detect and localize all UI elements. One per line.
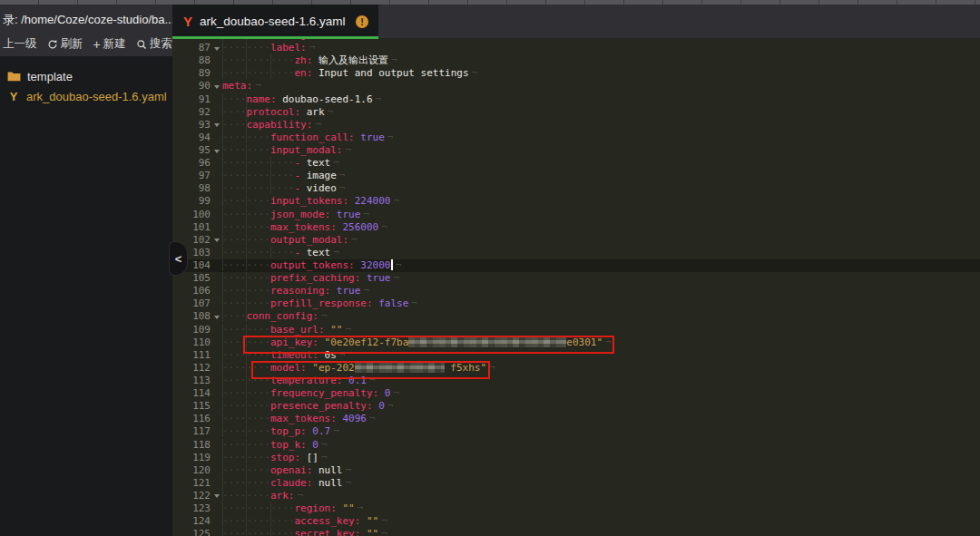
fold-arrow-icon[interactable] xyxy=(211,144,222,157)
code-line[interactable]: 108····conn_config:¬ xyxy=(172,310,980,323)
eol-mark: ¬ xyxy=(387,132,394,143)
code-line[interactable]: 101········max_tokens: 256000¬ xyxy=(172,221,980,234)
code-line[interactable]: 124············access_key: ""¬ xyxy=(172,515,980,528)
code-line[interactable]: 116········max_tokens: 4096¬ xyxy=(172,413,980,425)
fold-gutter xyxy=(211,195,222,208)
code-line[interactable]: 99········input_tokens: 224000¬ xyxy=(172,195,980,208)
indent-whitespace: ············ xyxy=(222,247,294,258)
token: ark xyxy=(300,106,325,118)
code-text: ········openai: null¬ xyxy=(222,464,980,477)
code-line[interactable]: 121········claude: null¬ xyxy=(172,477,980,490)
file-tree: template Y ark_doubao-seed-1.6.yaml xyxy=(0,61,172,536)
code-line[interactable]: 94········function_call: true¬ xyxy=(172,132,980,144)
token: output_tokens: xyxy=(270,259,355,271)
code-line[interactable]: 123············region: ""¬ xyxy=(172,502,980,515)
token: prefix_caching: xyxy=(270,272,360,284)
fold-arrow-icon[interactable] xyxy=(211,42,222,54)
token: 4096 xyxy=(337,413,367,424)
tree-item-template-folder[interactable]: template xyxy=(0,66,172,86)
token: 0 xyxy=(373,400,385,412)
code-line[interactable]: 105········prefix_caching: true¬ xyxy=(172,272,980,285)
fold-arrow-icon[interactable] xyxy=(211,234,222,247)
fold-arrow-icon[interactable] xyxy=(211,80,222,93)
indent-whitespace: ············ xyxy=(222,515,294,527)
sidebar-collapse-handle[interactable]: < xyxy=(169,241,188,276)
code-line[interactable]: 100········json_mode: true¬ xyxy=(172,209,980,221)
token: [] xyxy=(300,452,318,463)
code-line[interactable]: 88············zh: 输入及输出设置¬ xyxy=(172,54,980,67)
indent-whitespace: ········ xyxy=(222,464,270,476)
token: Input and output settings xyxy=(312,67,468,79)
code-line[interactable]: 117········top_p: 0.7¬ xyxy=(172,425,980,438)
code-line[interactable]: 107········prefill_response: false¬ xyxy=(172,297,980,310)
line-number: 99 xyxy=(172,195,211,208)
up-level-button[interactable]: 上一级 xyxy=(3,36,37,52)
token: 0 xyxy=(378,387,390,399)
fold-gutter xyxy=(211,362,222,375)
code-line[interactable]: 91····name: doubao-seed-1.6¬ xyxy=(172,93,980,106)
code-text: ········prefix_caching: true¬ xyxy=(222,272,980,285)
code-line[interactable]: 103············- text¬ xyxy=(172,247,980,259)
sidebar-header: 录: /home/Coze/coze-studio/ba... 上一级 刷新 +… xyxy=(0,5,172,56)
line-number: 110 xyxy=(172,336,211,349)
code-line[interactable]: 92····protocol: ark¬ xyxy=(172,106,980,119)
fold-gutter xyxy=(211,324,222,336)
code-line[interactable]: 98············- video¬ xyxy=(172,182,980,195)
token: 输入及输出设置 xyxy=(312,54,388,66)
code-line[interactable]: 97············- image¬ xyxy=(172,170,980,182)
code-text: ········input_modal:¬ xyxy=(222,144,980,157)
code-line[interactable]: 95········input_modal:¬ xyxy=(172,144,980,157)
code-line[interactable]: 106········reasoning: true¬ xyxy=(172,285,980,297)
new-button[interactable]: + 新建 xyxy=(93,36,126,52)
code-line[interactable]: 114········frequency_penalty: 0¬ xyxy=(172,387,980,400)
code-text: ············access_key: ""¬ xyxy=(222,515,980,528)
indent-whitespace: ········ xyxy=(222,425,270,437)
code-line[interactable]: 119········stop: []¬ xyxy=(172,452,980,464)
code-line[interactable]: 89············en: Input and output setti… xyxy=(172,67,980,80)
token: 0 xyxy=(307,439,318,451)
eol-mark: ¬ xyxy=(369,413,376,424)
code-line[interactable]: 125············secret_key: ""¬ xyxy=(172,528,980,536)
eol-mark: ¬ xyxy=(345,144,351,156)
code-line[interactable]: 104········output_tokens: 32000¬ xyxy=(172,259,980,272)
code-text: ········input_tokens: 224000¬ xyxy=(222,195,980,208)
fold-gutter xyxy=(211,297,222,310)
code-line[interactable]: 87········label:¬ xyxy=(172,42,980,54)
eol-mark: ¬ xyxy=(339,182,346,194)
code-line[interactable]: 109········base_url: ""¬ xyxy=(172,324,980,336)
code-line[interactable]: 120········openai: null¬ xyxy=(172,464,980,477)
code-line[interactable]: 96············- text¬ xyxy=(172,157,980,170)
refresh-label: 刷新 xyxy=(61,36,83,52)
code-line[interactable]: 115········presence_penalty: 0¬ xyxy=(172,400,980,413)
fold-arrow-icon[interactable] xyxy=(211,310,222,323)
folder-icon xyxy=(7,71,21,82)
fold-gutter xyxy=(211,170,222,182)
code-line[interactable]: 90meta:¬ xyxy=(172,80,980,93)
tab-yaml-file[interactable]: Y ark_doubao-seed-1.6.yaml ! xyxy=(172,5,378,38)
search-button[interactable]: 搜索 xyxy=(136,36,172,52)
code-text: ············- image¬ xyxy=(222,170,980,182)
token: top_k: xyxy=(270,439,307,451)
code-text: ········function_call: true¬ xyxy=(222,132,980,144)
indent-whitespace: ········ xyxy=(222,132,270,143)
refresh-button[interactable]: 刷新 xyxy=(47,36,83,52)
token: stop: xyxy=(270,452,300,463)
code-text: ············zh: 输入及输出设置¬ xyxy=(222,54,980,67)
tree-item-yaml-file[interactable]: Y ark_doubao-seed-1.6.yaml xyxy=(0,86,172,106)
fold-gutter xyxy=(211,477,222,490)
fold-arrow-icon[interactable] xyxy=(211,119,222,132)
token: presence_penalty: xyxy=(270,400,373,412)
token: meta: xyxy=(222,80,252,92)
code-line[interactable]: 93····capability:¬ xyxy=(172,119,980,132)
fold-arrow-icon[interactable] xyxy=(211,490,222,502)
token: "" xyxy=(360,515,378,527)
line-number: 113 xyxy=(172,375,211,387)
indent-whitespace: ········ xyxy=(222,400,270,412)
token: capability: xyxy=(247,119,313,131)
code-line[interactable]: 102········output_modal:¬ xyxy=(172,234,980,247)
code-line[interactable]: 122········ark:¬ xyxy=(172,490,980,502)
token: protocol: xyxy=(247,106,301,118)
code-line[interactable]: 118········top_k: 0¬ xyxy=(172,439,980,452)
eol-mark: ¬ xyxy=(363,209,369,220)
token: ark: xyxy=(270,490,295,502)
